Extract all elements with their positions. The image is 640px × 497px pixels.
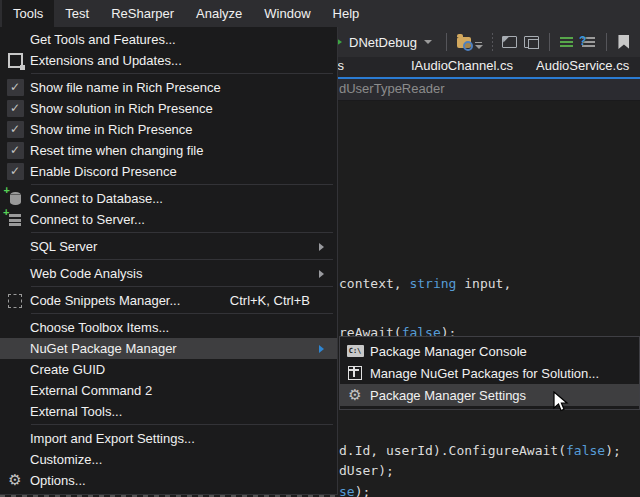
tools-menu-item-external-tools[interactable]: External Tools... — [0, 401, 337, 422]
code-token: false — [566, 443, 605, 458]
code-token: ); — [355, 484, 371, 497]
menu-icon-cell: ⚙ — [340, 388, 370, 403]
tools-menu-separator — [31, 286, 333, 287]
tools-menu-dropdown: Get Tools and Features...Extensions and … — [0, 27, 338, 495]
database-add-icon: + — [10, 192, 21, 205]
nuget-submenu-item-package-manager-console[interactable]: C:\Package Manager Console — [340, 340, 639, 362]
menu-icon-cell: ✓ — [0, 121, 30, 138]
menu-icon-cell — [340, 366, 370, 380]
tools-menu-separator — [31, 73, 333, 74]
extensions-icon — [8, 53, 23, 68]
tools-menu-item-extensions-and-updates[interactable]: Extensions and Updates... — [0, 50, 337, 71]
menubar-item-tools[interactable]: Tools — [2, 0, 54, 27]
plus-icon: + — [4, 185, 10, 196]
menu-item-label: Package Manager Console — [370, 344, 527, 359]
menu-item-label: Code Snippets Manager... — [30, 293, 180, 308]
tools-menu-item-web-code-analysis[interactable]: Web Code Analysis — [0, 263, 337, 284]
code-token: string — [409, 276, 456, 291]
menu-icon-cell — [0, 294, 30, 308]
menu-icon-cell: ✓ — [0, 79, 30, 96]
code-line-1: context, string input, — [339, 276, 511, 292]
snippets-icon — [8, 294, 22, 308]
menu-shortcut: Ctrl+K, Ctrl+B — [230, 293, 328, 308]
find-in-files-icon[interactable] — [455, 33, 473, 51]
tools-menu-item-enable-discord-presence[interactable]: ✓Enable Discord Presence — [0, 161, 337, 182]
menu-item-label: Extensions and Updates... — [30, 53, 182, 68]
copy-lines-icon[interactable] — [523, 33, 541, 51]
code-line-4: dUser); — [339, 463, 394, 479]
menubar-item-analyze[interactable]: Analyze — [185, 0, 253, 27]
breadcrumb-type-label: dUserTypeReader — [339, 81, 445, 96]
menu-item-label: Show file name in Rich Presence — [30, 80, 221, 95]
tab-iaudiochannel-cs[interactable]: IAudioChannel.cs — [411, 57, 513, 77]
nuget-submenu-item-package-manager-settings[interactable]: ⚙Package Manager Settings — [340, 384, 639, 406]
tools-menu-item-sql-server[interactable]: SQL Server — [0, 236, 337, 257]
tools-menu-item-connect-to-server[interactable]: +Connect to Server... — [0, 209, 337, 230]
toolbar-drag-handle[interactable] — [492, 33, 493, 51]
gear-icon: ⚙ — [348, 388, 361, 403]
indent-help-icon[interactable]: ? — [580, 33, 598, 51]
solution-configuration-selector[interactable]: DNetDebug — [349, 35, 432, 50]
navigate-backward-icon[interactable] — [501, 33, 519, 51]
menu-item-label: External Command 2 — [30, 383, 152, 398]
tools-menu-item-get-tools-and-features[interactable]: Get Tools and Features... — [0, 29, 337, 50]
menu-item-label: Show time in Rich Presence — [30, 122, 193, 137]
menu-item-label: Reset time when changing file — [30, 143, 203, 158]
menubar-item-resharper[interactable]: ReSharper — [100, 0, 185, 27]
submenu-arrow-icon — [319, 270, 328, 278]
toolbar-separator — [606, 33, 607, 51]
console-icon: C:\ — [347, 345, 364, 357]
menu-item-label: Choose Toolbox Items... — [30, 320, 169, 335]
menubar: ToolsTestReSharperAnalyzeWindowHelp — [0, 0, 640, 27]
nuget-package-manager-submenu: C:\Package Manager ConsoleManage NuGet P… — [339, 336, 640, 410]
toolbar-overflow-chevron[interactable] — [475, 42, 483, 49]
tools-menu-item-import-and-export-settings[interactable]: Import and Export Settings... — [0, 428, 337, 449]
bookmark-icon[interactable] — [615, 33, 633, 51]
menu-item-label: Enable Discord Presence — [30, 164, 177, 179]
menu-item-label: Import and Export Settings... — [30, 431, 195, 446]
code-token: input, — [456, 276, 511, 291]
tools-menu-item-connect-to-database[interactable]: +Connect to Database... — [0, 188, 337, 209]
menubar-item-test[interactable]: Test — [54, 0, 100, 27]
tools-menu-item-reset-time-when-changing-file[interactable]: ✓Reset time when changing file — [0, 140, 337, 161]
mouse-cursor — [553, 391, 569, 413]
code-token: ); — [605, 443, 621, 458]
checkmark-icon: ✓ — [7, 163, 24, 180]
code-token: context, — [339, 276, 409, 291]
menu-item-label: External Tools... — [30, 404, 122, 419]
tools-menu-item-show-solution-in-rich-presence[interactable]: ✓Show solution in Rich Presence — [0, 98, 337, 119]
tools-menu-item-choose-toolbox-items[interactable]: Choose Toolbox Items... — [0, 317, 337, 338]
menu-item-label: Get Tools and Features... — [30, 32, 176, 47]
tab-audioservice-cs[interactable]: AudioService.cs — [536, 57, 629, 77]
chevron-down-icon — [424, 40, 432, 44]
menubar-item-window[interactable]: Window — [253, 0, 321, 27]
configuration-label: DNetDebug — [349, 35, 417, 50]
checkmark-icon: ✓ — [7, 142, 24, 159]
menu-icon-cell: ✓ — [0, 142, 30, 159]
tools-menu-item-nuget-package-manager[interactable]: NuGet Package Manager — [0, 338, 337, 359]
menu-item-label: Web Code Analysis — [30, 266, 143, 281]
tools-menu-item-options[interactable]: ⚙Options... — [0, 470, 337, 491]
menu-icon-cell: + — [0, 192, 30, 205]
code-line-3: d.Id, userId).ConfigureAwait(false); — [339, 443, 621, 459]
menubar-item-help[interactable]: Help — [322, 0, 371, 27]
nuget-submenu-item-manage-nuget-packages-for-solution[interactable]: Manage NuGet Packages for Solution... — [340, 362, 639, 384]
tools-menu-item-show-file-name-in-rich-presence[interactable]: ✓Show file name in Rich Presence — [0, 77, 337, 98]
menu-item-label: Manage NuGet Packages for Solution... — [370, 366, 599, 381]
tools-menu-item-create-guid[interactable]: Create GUID — [0, 359, 337, 380]
code-token: d.Id, userId).ConfigureAwait( — [339, 443, 566, 458]
tools-menu-item-code-snippets-manager[interactable]: Code Snippets Manager...Ctrl+K, Ctrl+B — [0, 290, 337, 311]
tools-menu-item-external-command-2[interactable]: External Command 2 — [0, 380, 337, 401]
tools-menu-separator — [31, 232, 333, 233]
menu-icon-cell: C:\ — [340, 345, 370, 357]
package-icon — [348, 366, 362, 380]
submenu-arrow-icon — [319, 345, 328, 353]
indent-lines-icon[interactable] — [558, 33, 576, 51]
tools-menu-item-customize[interactable]: Customize... — [0, 449, 337, 470]
code-token: se — [339, 484, 355, 497]
magnifier-icon — [463, 41, 473, 51]
tools-menu-item-show-time-in-rich-presence[interactable]: ✓Show time in Rich Presence — [0, 119, 337, 140]
menu-item-label: Customize... — [30, 452, 102, 467]
code-line-5: se); — [339, 484, 370, 497]
toolbar-separator — [549, 33, 550, 51]
